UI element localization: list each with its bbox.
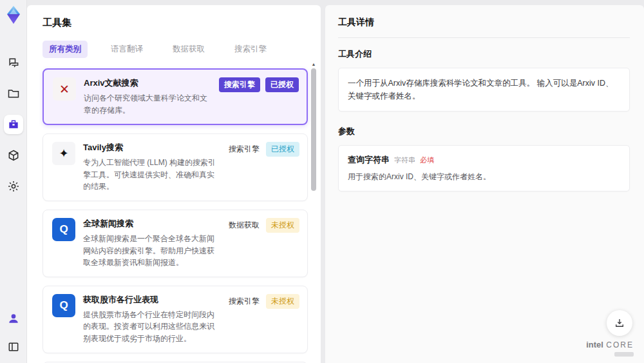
intel-core-logo: intel CORE <box>586 338 634 357</box>
tool-card-sector-performance[interactable]: Q 获取股市各行业表现 提供股票市场各个行业在特定时间段内的表现。投资者可以利用… <box>43 286 308 353</box>
sidebar-item-chat[interactable] <box>4 53 23 72</box>
intel-brand-text: intel <box>586 340 603 349</box>
param-description: 用于搜索的Arxiv ID、关键字或作者姓名。 <box>348 172 620 182</box>
tool-status-badge: 已授权 <box>265 77 299 92</box>
scrollbar-thumb[interactable] <box>311 68 316 191</box>
user-avatar-icon <box>7 312 20 325</box>
list-scrollbar[interactable]: ▲ ▼ <box>310 62 317 358</box>
tool-category-badge: 搜索引擎 <box>227 294 261 309</box>
chat-icon <box>7 56 20 69</box>
tool-name: Arxiv文献搜索 <box>84 77 211 89</box>
tool-description: 专为人工智能代理 (LLM) 构建的搜索引擎工具。可快速提供实时、准确和真实的结… <box>83 157 220 193</box>
tool-list: ✕ Arxiv文献搜索 访问各个研究领域大量科学论文和文章的存储库。 搜索引擎 … <box>43 68 308 363</box>
sidebar-item-account[interactable] <box>4 309 23 328</box>
intro-heading: 工具介绍 <box>338 48 630 60</box>
intro-box: 一个用于从Arxiv存储库搜索科学论文和文章的工具。 输入可以是Arxiv ID… <box>338 68 630 112</box>
tool-name: Tavily搜索 <box>83 142 220 153</box>
tool-card-tavily[interactable]: ✦ Tavily搜索 专为人工智能代理 (LLM) 构建的搜索引擎工具。可快速提… <box>43 133 308 201</box>
panel-toggle-icon <box>7 340 20 353</box>
tavily-star-icon: ✦ <box>52 142 75 165</box>
tool-category-badge: 搜索引擎 <box>227 142 261 157</box>
download-button[interactable] <box>607 310 632 336</box>
tab-data-fetch[interactable]: 数据获取 <box>166 41 211 58</box>
left-nav-rail <box>0 0 27 363</box>
sidebar-item-files[interactable] <box>4 84 23 103</box>
toolbox-icon <box>7 118 20 131</box>
tool-status-badge: 未授权 <box>266 294 299 309</box>
tab-all-categories[interactable]: 所有类别 <box>43 41 88 58</box>
folder-icon <box>7 87 20 100</box>
tool-card-global-news[interactable]: Q 全球新闻搜索 全球新闻搜索是一个聚合全球各大新闻网站内容的搜索引擎。帮助用户… <box>43 210 308 277</box>
tool-description: 全球新闻搜索是一个聚合全球各大新闻网站内容的搜索引擎。帮助用户快速获取全球最新资… <box>83 233 220 269</box>
arxiv-logo-icon: ✕ <box>53 77 76 101</box>
tool-description: 提供股票市场各个行业在特定时间段内的表现。投资者可以利用这些信息来识别表现优于或… <box>83 309 220 345</box>
tool-details-panel: 工具详情 工具介绍 一个用于从Arxiv存储库搜索科学论文和文章的工具。 输入可… <box>325 5 644 363</box>
tool-category-badge: 搜索引擎 <box>219 77 260 92</box>
news-app-icon: Q <box>52 218 75 241</box>
sidebar-item-settings[interactable] <box>4 177 23 196</box>
param-name: 查询字符串 <box>348 154 390 166</box>
param-box: 查询字符串 字符串 必填 用于搜索的Arxiv ID、关键字或作者姓名。 <box>338 145 630 191</box>
details-title: 工具详情 <box>338 17 630 38</box>
brand-sub-bar <box>614 352 634 357</box>
core-brand-text: CORE <box>606 340 634 349</box>
gear-icon <box>7 180 20 193</box>
tool-category-badge: 数据获取 <box>227 218 261 233</box>
param-required-flag: 必填 <box>420 155 434 165</box>
workspace: 工具集 所有类别 语言翻译 数据获取 搜索引擎 ✕ Arxiv文献搜索 访问各个… <box>27 0 644 363</box>
param-type: 字符串 <box>394 155 415 165</box>
tool-card-arxiv[interactable]: ✕ Arxiv文献搜索 访问各个研究领域大量科学论文和文章的存储库。 搜索引擎 … <box>43 68 308 125</box>
category-tabs: 所有类别 语言翻译 数据获取 搜索引擎 <box>43 41 305 58</box>
tab-search-engine[interactable]: 搜索引擎 <box>228 41 273 58</box>
app-logo <box>4 5 23 25</box>
scroll-up-arrow[interactable]: ▲ <box>310 62 317 67</box>
download-icon <box>614 317 625 329</box>
sidebar-item-collapse[interactable] <box>4 337 23 357</box>
sidebar-item-packages[interactable] <box>4 146 23 165</box>
tool-description: 访问各个研究领域大量科学论文和文章的存储库。 <box>84 92 211 116</box>
page-title: 工具集 <box>43 17 305 29</box>
finance-app-icon: Q <box>52 294 75 317</box>
params-heading: 参数 <box>338 126 630 137</box>
tool-status-badge: 已授权 <box>266 142 299 157</box>
sidebar-item-tools[interactable] <box>4 115 23 134</box>
cube-icon <box>7 149 20 162</box>
tool-status-badge: 未授权 <box>266 218 299 233</box>
tab-language-translation[interactable]: 语言翻译 <box>104 41 149 58</box>
tool-name: 全球新闻搜索 <box>83 218 220 230</box>
tools-panel: 工具集 所有类别 语言翻译 数据获取 搜索引擎 ✕ Arxiv文献搜索 访问各个… <box>27 5 321 363</box>
tool-name: 获取股市各行业表现 <box>83 294 220 306</box>
intro-text: 一个用于从Arxiv存储库搜索科学论文和文章的工具。 输入可以是Arxiv ID… <box>348 77 620 103</box>
